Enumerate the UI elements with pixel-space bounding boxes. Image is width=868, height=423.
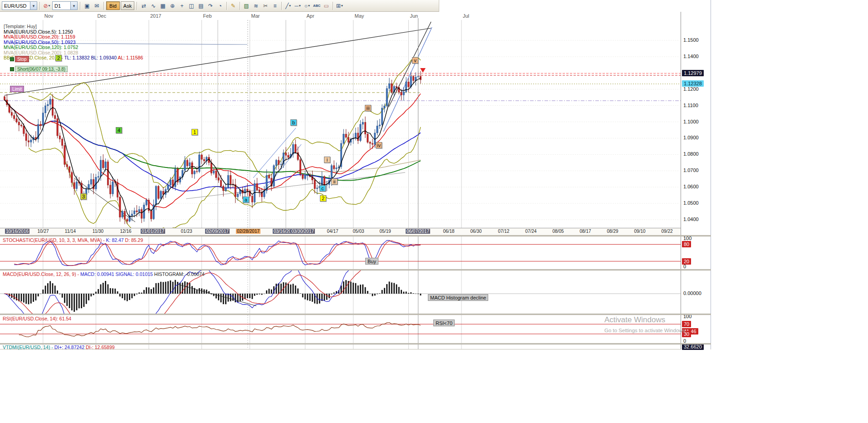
histogram-bar [206, 290, 207, 294]
hline-tool-icon[interactable]: ─▾ [293, 1, 302, 10]
histogram-bar [127, 294, 128, 301]
panel-splitter[interactable] [0, 235, 711, 236]
histogram-bar [360, 285, 361, 294]
sell-signal-arrow-icon[interactable] [420, 68, 426, 73]
wave-label-3[interactable]: 3 [80, 193, 87, 200]
histogram-bar [365, 287, 366, 294]
wave-label-iv[interactable]: iv [376, 142, 382, 148]
trade-marker-short[interactable]: Short(06/07 09:13, -3.8) [10, 66, 68, 72]
alert-mail-icon[interactable]: ✉ [92, 1, 101, 10]
candle-body [218, 177, 219, 180]
candle-body [158, 186, 159, 198]
wave-label-4[interactable]: 4 [116, 127, 122, 133]
candle-body [196, 171, 197, 172]
wave-label-ii[interactable]: ii [331, 178, 338, 185]
annotation-note[interactable]: RSI<70 [433, 320, 455, 326]
marker-pen-icon[interactable]: ✎ [229, 1, 238, 10]
candle-body [355, 133, 356, 138]
shape-tool-icon[interactable]: ○▾ [303, 1, 312, 10]
spellcheck-icon[interactable]: ABC [312, 1, 321, 10]
candle-body [401, 92, 402, 95]
month-label: Feb [203, 13, 212, 19]
macd-panel-canvas[interactable] [0, 271, 681, 314]
axis-tick-label: 1.1000 [683, 119, 699, 124]
symbol-combo[interactable]: EUR/USD ▾ [2, 1, 37, 10]
tools-icon[interactable]: ✂ [261, 1, 270, 10]
candle-body [237, 194, 238, 197]
histogram-bar [186, 282, 188, 294]
auto-scale-icon[interactable]: ∿ [149, 1, 158, 10]
panel-splitter[interactable] [0, 343, 711, 344]
wave-label-2[interactable]: 2 [320, 195, 326, 202]
chart-window-icon[interactable]: ▣ [83, 1, 92, 10]
crosshair-icon[interactable]: + [177, 1, 186, 10]
histogram-bar [386, 284, 387, 294]
histogram-bar [86, 294, 87, 304]
histogram-bar [143, 290, 145, 294]
candle-body [138, 210, 140, 212]
crosshair-icon-glyph: + [180, 3, 183, 9]
wave-label-c[interactable]: c [319, 185, 326, 192]
share-icon[interactable]: ↷ [206, 1, 215, 10]
date-axis-label: 01/01/2017 [141, 229, 165, 234]
date-axis-label: 02/09/2017 [205, 229, 230, 234]
window-tools-group: ▣✉ [83, 1, 101, 10]
timeframe-combo[interactable]: D1 ▾ [52, 1, 78, 10]
histogram-bar [269, 289, 270, 294]
candle-body [124, 211, 125, 219]
window-right-edge [711, 0, 711, 349]
timeframe-dropdown-icon[interactable]: ▾ [70, 2, 77, 10]
world-clock-icon[interactable]: ◔ [216, 1, 225, 10]
month-label: Mar [251, 13, 260, 19]
candle-body [403, 92, 404, 95]
ask-button[interactable]: Ask [121, 1, 134, 10]
symbol-dropdown-icon[interactable]: ▾ [30, 2, 37, 10]
trendline-tool-icon[interactable]: ╱▾ [284, 1, 293, 10]
histogram-bar [218, 294, 219, 300]
zoom-icon-glyph: ⊕ [170, 3, 175, 9]
panel-splitter[interactable] [0, 269, 711, 271]
annotation-note[interactable]: Buy [365, 258, 378, 265]
auto-scroll-icon[interactable]: ⇄ [139, 1, 148, 10]
candle-body [30, 140, 32, 142]
wave-label-i[interactable]: i [324, 157, 330, 163]
time-interval-icon[interactable]: ◫ [187, 1, 196, 10]
candle-body [396, 86, 397, 87]
pointer-mode-icon[interactable]: ⊘▾ [42, 1, 51, 10]
dropdown-caret-icon: ▾ [341, 4, 343, 8]
indicator-icon[interactable]: ≋ [251, 1, 260, 10]
image-icon[interactable]: ▨ [242, 1, 251, 10]
panel-splitter[interactable] [0, 314, 711, 315]
candle-body [71, 172, 73, 182]
trade-marker-limit[interactable]: Limit [10, 86, 24, 92]
trendline-annotation[interactable] [74, 178, 135, 222]
bid-button[interactable]: Bid [106, 1, 120, 10]
candle-body [14, 115, 15, 118]
wave-label-1[interactable]: 1 [191, 129, 198, 135]
wave-label-b[interactable]: b [290, 119, 297, 126]
trendline-annotation[interactable] [383, 27, 432, 132]
wave-label-2[interactable]: 2 [55, 55, 62, 61]
wave-label-a[interactable]: a [243, 197, 249, 203]
trendline-annotation[interactable] [389, 22, 431, 107]
rsi-line [19, 323, 421, 337]
rsi-panel-canvas[interactable] [0, 315, 681, 343]
price-axis-column[interactable]: 1.15001.14001.13001.12001.11001.10001.09… [681, 12, 711, 349]
wave-label-iii[interactable]: iii [365, 105, 371, 111]
month-label: Jul [463, 13, 469, 19]
histogram-bar [151, 289, 152, 294]
grid-icon[interactable]: ▦ [158, 1, 167, 10]
histogram-bar [57, 290, 58, 294]
trendline-annotation[interactable] [186, 172, 405, 199]
draw-list-icon[interactable]: ≡ [270, 1, 280, 10]
zoom-icon[interactable]: ⊕ [168, 1, 177, 10]
trade-marker-stop[interactable]: Stop [10, 56, 29, 62]
histogram-bar [129, 294, 130, 300]
candle-body [74, 182, 75, 189]
notes-icon[interactable]: ▤ [196, 1, 206, 10]
eraser-icon[interactable]: ▭ [322, 1, 331, 10]
wave-label-v[interactable]: v [412, 57, 418, 64]
date-axis[interactable]: 10/16/201610/2711/1411/3012/1601/01/2017… [0, 228, 681, 235]
network-icon[interactable]: ⊞▾ [335, 1, 344, 10]
annotation-note[interactable]: MACD Histogram decline [428, 294, 488, 301]
